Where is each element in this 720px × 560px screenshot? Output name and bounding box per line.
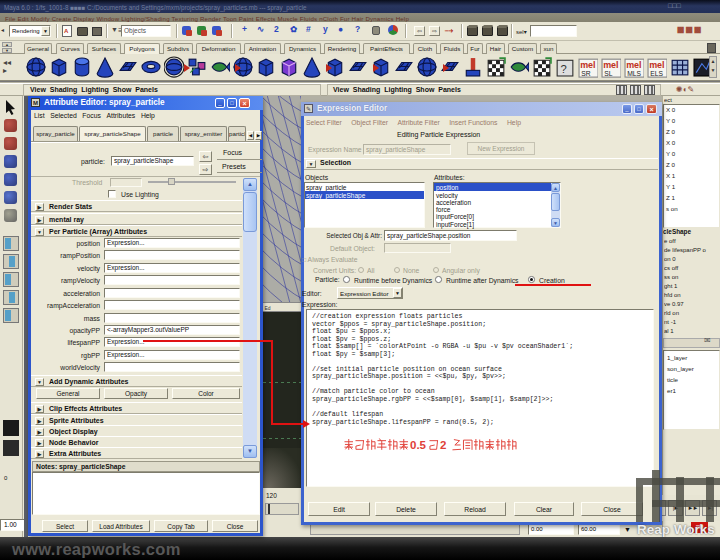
svg-text:mel: mel [603, 60, 618, 70]
svg-text:mel: mel [649, 60, 664, 70]
svg-text:?: ? [561, 63, 567, 75]
svg-text:SL: SL [604, 70, 612, 77]
svg-text:mel: mel [580, 60, 595, 70]
svg-text:2: 2 [440, 439, 446, 451]
svg-text:mel: mel [626, 60, 641, 70]
svg-text:ELS: ELS [650, 70, 663, 77]
svg-text:0.5: 0.5 [410, 439, 427, 451]
svg-text:MLS: MLS [627, 70, 641, 77]
svg-text:SR: SR [581, 70, 590, 77]
